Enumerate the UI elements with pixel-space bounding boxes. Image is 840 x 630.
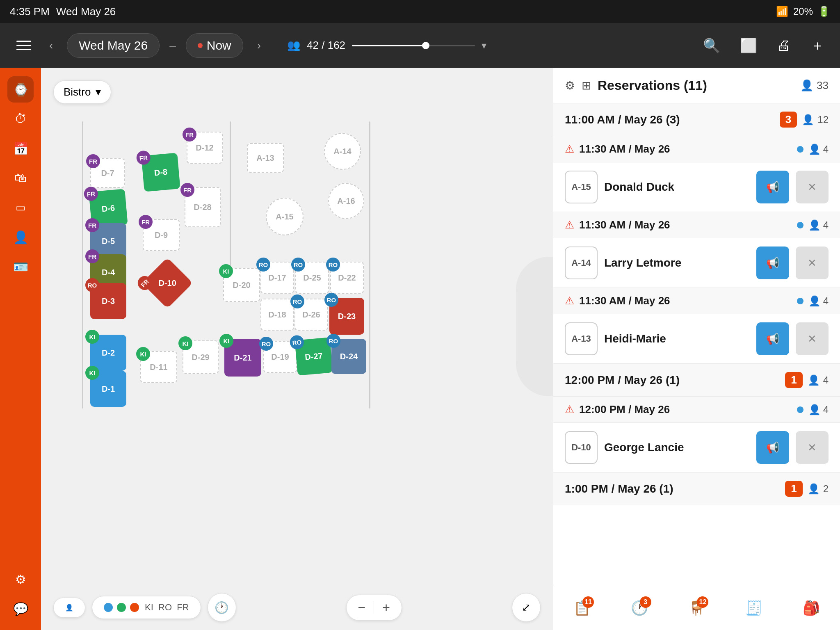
sidebar-icon-settings[interactable]: ⚙: [7, 566, 34, 592]
time-1200-label: 12:00 PM / May 26 (1): [565, 374, 780, 387]
notify-button-larry[interactable]: 📢: [756, 247, 789, 279]
tab-reservations[interactable]: 📋 11: [573, 600, 591, 616]
status-bar: 4:35 PM Wed May 26 📶 20% 🔋: [0, 0, 840, 23]
table-D-17[interactable]: RO D-17: [260, 262, 294, 294]
table-D-8[interactable]: FR D-8: [141, 153, 180, 192]
table-D-21[interactable]: KI D-21: [224, 339, 261, 377]
table-D-26[interactable]: RO D-26: [294, 299, 328, 331]
table-D-22[interactable]: RO D-22: [330, 262, 364, 294]
clock-filter-button[interactable]: 🕐: [208, 593, 236, 622]
table-D-2[interactable]: KI D-2: [90, 335, 126, 371]
badge-D-20: KI: [219, 264, 233, 278]
sidebar-icon-messages[interactable]: 💬: [7, 596, 34, 622]
reservation-donald-duck: A-15 Donald Duck 📢 ✕: [553, 162, 840, 212]
table-D-12[interactable]: FR D-12: [187, 132, 223, 164]
zoom-plus-button[interactable]: +: [382, 600, 390, 615]
status-time: 4:35 PM: [10, 5, 50, 18]
print-button[interactable]: 🖨: [774, 34, 794, 57]
date-picker[interactable]: Wed May 26: [67, 33, 160, 58]
status-dot-1130-3: [797, 298, 803, 304]
divider-v-right: [369, 121, 370, 409]
table-D-10[interactable]: FR D-10: [142, 258, 193, 308]
cancel-button-heidi[interactable]: ✕: [796, 322, 829, 355]
capacity-text: 42 / 162: [307, 39, 345, 52]
table-D-25[interactable]: RO D-25: [295, 262, 329, 294]
expand-icon: ⤢: [522, 601, 531, 614]
guests-1300: 👤 2: [808, 483, 829, 495]
sidebar-icon-watch[interactable]: ⌚: [7, 76, 34, 103]
panel-guest-count: 👤 33: [800, 79, 829, 92]
expand-button[interactable]: ⤢: [512, 593, 541, 622]
table-A-15[interactable]: A-15: [266, 198, 304, 235]
sidebar-icon-layout[interactable]: ▭: [7, 194, 34, 221]
reservation-larry-letmore: A-14 Larry Letmore 📢 ✕: [553, 238, 840, 288]
table-D-18[interactable]: D-18: [260, 299, 294, 331]
table-A-16[interactable]: A-16: [328, 183, 364, 219]
table-D-23[interactable]: RO D-23: [329, 298, 364, 335]
filter-person-button[interactable]: 👤: [53, 598, 85, 618]
table-D-28[interactable]: FR D-28: [185, 187, 221, 227]
notify-button-donald[interactable]: 📢: [756, 171, 789, 203]
table-D-24[interactable]: RO D-24: [331, 339, 366, 374]
sub-guests-count-1130-2: 4: [823, 219, 829, 231]
badge-D-24: RO: [326, 334, 340, 348]
capacity-slider[interactable]: [352, 45, 475, 46]
floor-dropdown[interactable]: Bistro ▾: [53, 80, 111, 104]
guests-1200: 👤 4: [808, 374, 829, 386]
tab-orders[interactable]: 🎒: [803, 600, 820, 616]
next-date-button[interactable]: ›: [253, 35, 265, 56]
grid-view-icon[interactable]: ⊞: [582, 79, 591, 92]
notify-button-george[interactable]: 📢: [756, 431, 789, 464]
guests-count-1200: 4: [823, 374, 829, 386]
badge-D-7: FR: [86, 154, 100, 168]
status-dot-1200: [797, 406, 803, 413]
filter-settings-icon[interactable]: ⚙: [565, 79, 575, 92]
tab-billing[interactable]: 🧾: [745, 600, 762, 616]
sidebar-icon-bag[interactable]: 🛍: [7, 165, 34, 191]
table-A-13[interactable]: A-13: [247, 143, 284, 173]
filter-person-icon: 👤: [65, 604, 73, 612]
table-D-9[interactable]: FR D-9: [143, 219, 180, 251]
time-group-1200[interactable]: 12:00 PM / May 26 (1) 1 👤 4: [553, 364, 840, 397]
sub-guests-count-1200: 4: [823, 404, 829, 415]
time-group-1300[interactable]: 1:00 PM / May 26 (1) 1 👤 2: [553, 472, 840, 505]
alert-icon-1130-2: ⚠: [565, 219, 574, 231]
badge-D-17: RO: [256, 258, 270, 272]
guests-icon-1200: 👤: [808, 374, 820, 386]
cancel-button-george[interactable]: ✕: [796, 431, 829, 464]
tab-waitlist[interactable]: 🕐 3: [631, 600, 648, 616]
now-button[interactable]: Now: [186, 33, 243, 58]
nav-right-icons: 🔍 ⬜ 🖨 ＋: [700, 33, 828, 58]
table-D-29[interactable]: KI D-29: [183, 340, 219, 374]
table-D-20[interactable]: KI D-20: [223, 268, 260, 302]
search-button[interactable]: 🔍: [700, 34, 724, 57]
cancel-button-larry[interactable]: ✕: [796, 247, 829, 279]
notify-button-heidi[interactable]: 📢: [756, 322, 789, 355]
tab-tables[interactable]: 🪑 12: [688, 600, 705, 616]
filter-colors-button[interactable]: KI RO FR: [92, 596, 201, 619]
zoom-minus-button[interactable]: −: [358, 600, 366, 615]
cancel-button-donald[interactable]: ✕: [796, 171, 829, 203]
left-sidebar: ⌚ ⏱ 📅 🛍 ▭ 👤 🪪 ⚙ 💬: [0, 68, 41, 630]
count-badge-1300: 1: [785, 481, 802, 497]
menu-button[interactable]: [12, 37, 35, 54]
add-button[interactable]: ＋: [807, 33, 828, 58]
prev-date-button[interactable]: ‹: [45, 35, 57, 56]
table-A-14[interactable]: A-14: [324, 133, 361, 170]
table-D-1[interactable]: KI D-1: [90, 371, 126, 407]
right-panel: ⚙ ⊞ Reservations (11) 👤 33 11:00 AM / Ma…: [553, 68, 840, 630]
zoom-controls[interactable]: − +: [346, 595, 402, 621]
sub-guests-1130-1: 👤 4: [808, 144, 829, 155]
table-D-3[interactable]: RO D-3: [90, 283, 126, 319]
time-group-1100[interactable]: 11:00 AM / May 26 (3) 3 👤 12: [553, 103, 840, 136]
sidebar-icon-calendar[interactable]: 📅: [7, 135, 34, 162]
split-view-button[interactable]: ⬜: [737, 34, 760, 57]
table-D-11[interactable]: KI D-11: [140, 351, 177, 383]
badge-D-11: KI: [136, 347, 150, 361]
capacity-dropdown-icon[interactable]: ▾: [482, 40, 486, 51]
sidebar-icon-person[interactable]: 👤: [7, 224, 34, 250]
tab-reservations-badge: 11: [582, 596, 594, 608]
sidebar-icon-clock[interactable]: ⏱: [7, 106, 34, 132]
table-D-7[interactable]: FR D-7: [90, 158, 125, 188]
sidebar-icon-id[interactable]: 🪪: [7, 253, 34, 280]
